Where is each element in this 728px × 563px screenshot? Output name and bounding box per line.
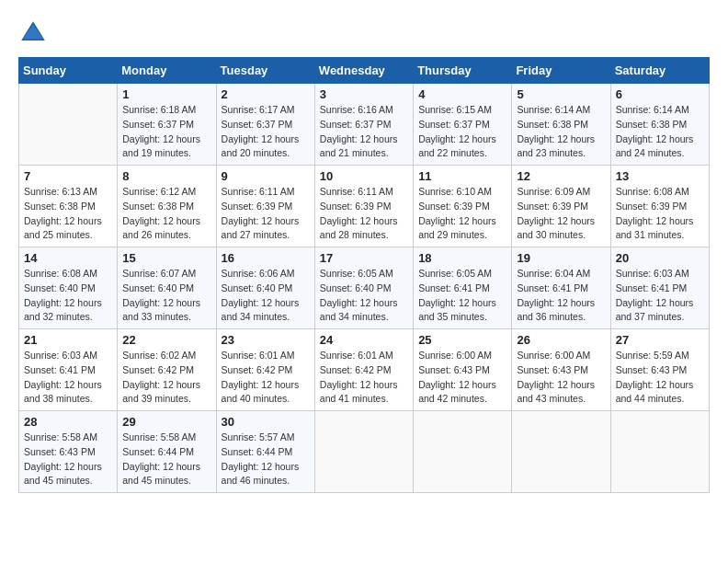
calendar-cell: 23 Sunrise: 6:01 AM Sunset: 6:42 PM Dayl… <box>216 329 314 411</box>
calendar-cell: 18 Sunrise: 6:05 AM Sunset: 6:41 PM Dayl… <box>414 247 512 329</box>
calendar-table: SundayMondayTuesdayWednesdayThursdayFrid… <box>18 57 710 493</box>
day-info: Sunrise: 6:08 AM Sunset: 6:39 PM Dayligh… <box>616 185 704 243</box>
day-number: 18 <box>418 251 506 265</box>
calendar-cell: 25 Sunrise: 6:00 AM Sunset: 6:43 PM Dayl… <box>414 329 512 411</box>
calendar-cell <box>414 411 512 493</box>
calendar-cell: 11 Sunrise: 6:10 AM Sunset: 6:39 PM Dayl… <box>414 166 512 247</box>
day-info: Sunrise: 6:01 AM Sunset: 6:42 PM Dayligh… <box>320 349 408 407</box>
calendar-cell: 12 Sunrise: 6:09 AM Sunset: 6:39 PM Dayl… <box>512 166 610 247</box>
calendar-cell: 1 Sunrise: 6:18 AM Sunset: 6:37 PM Dayli… <box>118 84 216 166</box>
calendar-cell: 16 Sunrise: 6:06 AM Sunset: 6:40 PM Dayl… <box>216 247 314 329</box>
day-info: Sunrise: 6:05 AM Sunset: 6:40 PM Dayligh… <box>320 267 408 325</box>
day-number: 14 <box>24 251 112 265</box>
calendar-cell: 5 Sunrise: 6:14 AM Sunset: 6:38 PM Dayli… <box>512 84 610 166</box>
calendar-header-friday: Friday <box>512 58 610 84</box>
calendar-cell: 17 Sunrise: 6:05 AM Sunset: 6:40 PM Dayl… <box>314 247 413 329</box>
calendar-cell: 10 Sunrise: 6:11 AM Sunset: 6:39 PM Dayl… <box>314 166 413 247</box>
day-number: 25 <box>418 333 506 347</box>
calendar-header-saturday: Saturday <box>610 58 709 84</box>
day-info: Sunrise: 5:58 AM Sunset: 6:43 PM Dayligh… <box>24 431 112 488</box>
day-info: Sunrise: 6:09 AM Sunset: 6:39 PM Dayligh… <box>517 185 605 243</box>
day-number: 22 <box>122 333 210 347</box>
day-number: 12 <box>517 169 605 183</box>
calendar-cell: 29 Sunrise: 5:58 AM Sunset: 6:44 PM Dayl… <box>118 411 216 493</box>
day-info: Sunrise: 6:08 AM Sunset: 6:40 PM Dayligh… <box>24 267 112 325</box>
day-number: 26 <box>517 333 605 347</box>
calendar-header-sunday: Sunday <box>19 58 118 84</box>
calendar-cell: 14 Sunrise: 6:08 AM Sunset: 6:40 PM Dayl… <box>19 247 118 329</box>
calendar-week-row: 7 Sunrise: 6:13 AM Sunset: 6:38 PM Dayli… <box>19 166 710 247</box>
day-number: 30 <box>222 415 310 429</box>
day-number: 1 <box>122 87 210 101</box>
calendar-cell <box>314 411 413 493</box>
calendar-cell: 28 Sunrise: 5:58 AM Sunset: 6:43 PM Dayl… <box>19 411 118 493</box>
day-info: Sunrise: 6:15 AM Sunset: 6:37 PM Dayligh… <box>418 103 506 161</box>
day-info: Sunrise: 6:18 AM Sunset: 6:37 PM Dayligh… <box>122 103 210 161</box>
calendar-cell: 19 Sunrise: 6:04 AM Sunset: 6:41 PM Dayl… <box>512 247 610 329</box>
day-number: 10 <box>320 169 408 183</box>
calendar-week-row: 28 Sunrise: 5:58 AM Sunset: 6:43 PM Dayl… <box>19 411 710 493</box>
calendar-cell: 3 Sunrise: 6:16 AM Sunset: 6:37 PM Dayli… <box>314 84 413 166</box>
calendar-cell <box>19 84 118 166</box>
day-info: Sunrise: 6:03 AM Sunset: 6:41 PM Dayligh… <box>24 349 112 407</box>
calendar-cell <box>512 411 610 493</box>
day-number: 9 <box>222 169 310 183</box>
day-info: Sunrise: 6:00 AM Sunset: 6:43 PM Dayligh… <box>517 349 605 407</box>
day-number: 7 <box>24 169 112 183</box>
day-number: 24 <box>320 333 408 347</box>
calendar-cell: 15 Sunrise: 6:07 AM Sunset: 6:40 PM Dayl… <box>118 247 216 329</box>
calendar-header-thursday: Thursday <box>414 58 512 84</box>
logo-icon <box>18 18 48 48</box>
day-number: 23 <box>222 333 310 347</box>
calendar-cell <box>610 411 709 493</box>
page-header <box>18 18 710 48</box>
day-number: 21 <box>24 333 112 347</box>
calendar-week-row: 14 Sunrise: 6:08 AM Sunset: 6:40 PM Dayl… <box>19 247 710 329</box>
calendar-cell: 7 Sunrise: 6:13 AM Sunset: 6:38 PM Dayli… <box>19 166 118 247</box>
calendar-header-row: SundayMondayTuesdayWednesdayThursdayFrid… <box>19 58 710 84</box>
day-info: Sunrise: 6:17 AM Sunset: 6:37 PM Dayligh… <box>222 103 310 161</box>
calendar-cell: 20 Sunrise: 6:03 AM Sunset: 6:41 PM Dayl… <box>610 247 709 329</box>
day-number: 5 <box>517 87 605 101</box>
calendar-cell: 8 Sunrise: 6:12 AM Sunset: 6:38 PM Dayli… <box>118 166 216 247</box>
day-info: Sunrise: 6:01 AM Sunset: 6:42 PM Dayligh… <box>222 349 310 407</box>
day-info: Sunrise: 6:13 AM Sunset: 6:38 PM Dayligh… <box>24 185 112 243</box>
calendar-week-row: 1 Sunrise: 6:18 AM Sunset: 6:37 PM Dayli… <box>19 84 710 166</box>
calendar-week-row: 21 Sunrise: 6:03 AM Sunset: 6:41 PM Dayl… <box>19 329 710 411</box>
day-info: Sunrise: 6:03 AM Sunset: 6:41 PM Dayligh… <box>616 267 704 325</box>
day-number: 17 <box>320 251 408 265</box>
day-number: 11 <box>418 169 506 183</box>
calendar-cell: 13 Sunrise: 6:08 AM Sunset: 6:39 PM Dayl… <box>610 166 709 247</box>
calendar-cell: 2 Sunrise: 6:17 AM Sunset: 6:37 PM Dayli… <box>216 84 314 166</box>
day-info: Sunrise: 6:14 AM Sunset: 6:38 PM Dayligh… <box>517 103 605 161</box>
day-info: Sunrise: 6:10 AM Sunset: 6:39 PM Dayligh… <box>418 185 506 243</box>
calendar-cell: 26 Sunrise: 6:00 AM Sunset: 6:43 PM Dayl… <box>512 329 610 411</box>
calendar-cell: 22 Sunrise: 6:02 AM Sunset: 6:42 PM Dayl… <box>118 329 216 411</box>
day-info: Sunrise: 6:12 AM Sunset: 6:38 PM Dayligh… <box>122 185 210 243</box>
calendar-cell: 30 Sunrise: 5:57 AM Sunset: 6:44 PM Dayl… <box>216 411 314 493</box>
calendar-cell: 24 Sunrise: 6:01 AM Sunset: 6:42 PM Dayl… <box>314 329 413 411</box>
calendar-cell: 6 Sunrise: 6:14 AM Sunset: 6:38 PM Dayli… <box>610 84 709 166</box>
day-info: Sunrise: 6:11 AM Sunset: 6:39 PM Dayligh… <box>222 185 310 243</box>
day-number: 2 <box>222 87 310 101</box>
day-info: Sunrise: 6:07 AM Sunset: 6:40 PM Dayligh… <box>122 267 210 325</box>
calendar-cell: 27 Sunrise: 5:59 AM Sunset: 6:43 PM Dayl… <box>610 329 709 411</box>
day-info: Sunrise: 5:58 AM Sunset: 6:44 PM Dayligh… <box>122 431 210 488</box>
day-info: Sunrise: 6:16 AM Sunset: 6:37 PM Dayligh… <box>320 103 408 161</box>
calendar-cell: 9 Sunrise: 6:11 AM Sunset: 6:39 PM Dayli… <box>216 166 314 247</box>
day-number: 16 <box>222 251 310 265</box>
day-number: 27 <box>616 333 704 347</box>
day-info: Sunrise: 6:04 AM Sunset: 6:41 PM Dayligh… <box>517 267 605 325</box>
calendar-header-wednesday: Wednesday <box>314 58 413 84</box>
day-info: Sunrise: 6:14 AM Sunset: 6:38 PM Dayligh… <box>616 103 704 161</box>
calendar-header-tuesday: Tuesday <box>216 58 314 84</box>
day-number: 4 <box>418 87 506 101</box>
day-number: 8 <box>122 169 210 183</box>
day-number: 3 <box>320 87 408 101</box>
day-info: Sunrise: 6:02 AM Sunset: 6:42 PM Dayligh… <box>122 349 210 407</box>
day-number: 6 <box>616 87 704 101</box>
day-info: Sunrise: 5:57 AM Sunset: 6:44 PM Dayligh… <box>222 431 310 488</box>
day-info: Sunrise: 5:59 AM Sunset: 6:43 PM Dayligh… <box>616 349 704 407</box>
logo <box>18 18 51 48</box>
calendar-header-monday: Monday <box>118 58 216 84</box>
